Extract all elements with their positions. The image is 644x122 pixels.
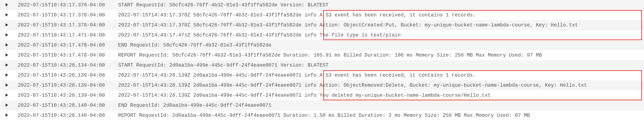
log-row[interactable]: 2022-07-15T10:43:28.139-04:002022-07-15T… [0, 90, 644, 100]
triangle-right-icon [5, 62, 8, 68]
expand-toggle[interactable] [0, 50, 14, 60]
log-row[interactable]: 2022-07-15T10:43:28.134-04:00START Reque… [0, 60, 644, 70]
log-row[interactable]: 2022-07-15T10:43:17.478-04:00END Request… [0, 40, 644, 50]
log-row[interactable]: 2022-07-15T10:43:17.378-04:002022-07-15T… [0, 20, 644, 30]
svg-marker-11 [6, 113, 8, 117]
log-message: 2022-07-15T14:43:28.139Z 2d0aa1ba-499e-4… [117, 80, 644, 90]
log-viewer: 2022-07-15T10:43:17.370-04:00START Reque… [0, 0, 644, 120]
log-message: START RequestId: 2d0aa1ba-499e-445c-9dff… [117, 60, 644, 70]
svg-marker-10 [6, 103, 8, 107]
log-timestamp: 2022-07-15T10:43:17.378-04:00 [14, 20, 117, 30]
svg-marker-7 [6, 73, 8, 77]
log-row[interactable]: 2022-07-15T10:43:28.139-04:002022-07-15T… [0, 70, 644, 80]
log-row[interactable]: 2022-07-15T10:43:28.139-04:002022-07-15T… [0, 80, 644, 90]
expand-toggle[interactable] [0, 100, 14, 110]
expand-toggle[interactable] [0, 20, 14, 30]
expand-toggle[interactable] [0, 0, 14, 10]
svg-marker-8 [6, 83, 8, 87]
svg-marker-4 [6, 43, 8, 47]
expand-toggle[interactable] [0, 70, 14, 80]
expand-toggle[interactable] [0, 90, 14, 100]
triangle-right-icon [5, 113, 8, 118]
log-timestamp: 2022-07-15T10:43:28.140-04:00 [14, 100, 117, 110]
expand-toggle[interactable] [0, 40, 14, 50]
log-timestamp: 2022-07-15T10:43:28.139-04:00 [14, 90, 117, 100]
log-timestamp: 2022-07-15T10:43:17.370-04:00 [14, 0, 117, 10]
log-message: 2022-07-15T14:43:17.378Z 58cfc426-76ff-4… [117, 20, 644, 30]
triangle-right-icon [5, 42, 8, 48]
svg-marker-5 [6, 53, 8, 57]
triangle-right-icon [5, 93, 8, 98]
log-message: START RequestId: 58cfc426-76ff-4b32-81e3… [117, 0, 644, 10]
triangle-right-icon [5, 72, 8, 78]
log-message: 2022-07-15T14:43:28.139Z 2d0aa1ba-499e-4… [117, 70, 644, 80]
expand-toggle[interactable] [0, 60, 14, 70]
log-timestamp: 2022-07-15T10:43:28.139-04:00 [14, 80, 117, 90]
triangle-right-icon [5, 103, 8, 108]
log-timestamp: 2022-07-15T10:43:28.140-04:00 [14, 110, 117, 120]
expand-toggle[interactable] [0, 110, 14, 120]
svg-marker-0 [6, 3, 8, 6]
log-timestamp: 2022-07-15T10:43:17.378-04:00 [14, 10, 117, 20]
svg-marker-9 [6, 93, 8, 97]
log-row[interactable]: 2022-07-15T10:43:17.370-04:00START Reque… [0, 0, 644, 10]
log-message: 2022-07-15T14:43:17.378Z 58cfc426-76ff-4… [117, 10, 644, 20]
log-message: 2022-07-15T14:43:28.139Z 2d0aa1ba-499e-4… [117, 90, 644, 100]
log-row[interactable]: 2022-07-15T10:43:28.140-04:00REPORT Requ… [0, 110, 644, 120]
log-timestamp: 2022-07-15T10:43:28.139-04:00 [14, 70, 117, 80]
log-timestamp: 2022-07-15T10:43:17.478-04:00 [14, 50, 117, 60]
triangle-right-icon [5, 22, 8, 28]
triangle-right-icon [5, 2, 8, 8]
log-timestamp: 2022-07-15T10:43:17.471-04:00 [14, 30, 117, 40]
log-row[interactable]: 2022-07-15T10:43:17.478-04:00REPORT Requ… [0, 50, 644, 60]
log-message: REPORT RequestId: 58cfc426-76ff-4b32-81e… [117, 50, 644, 60]
log-message: END RequestId: 58cfc426-76ff-4b32-81e3-4… [117, 40, 644, 50]
triangle-right-icon [5, 12, 8, 18]
svg-marker-1 [6, 13, 8, 17]
log-message: END RequestId: 2d0aa1ba-499e-445c-9dff-2… [117, 100, 644, 110]
expand-toggle[interactable] [0, 30, 14, 40]
log-timestamp: 2022-07-15T10:43:17.478-04:00 [14, 40, 117, 50]
svg-marker-2 [6, 23, 8, 27]
expand-toggle[interactable] [0, 80, 14, 90]
expand-toggle[interactable] [0, 10, 14, 20]
log-message: REPORT RequestId: 2d0aa1ba-499e-445c-9df… [117, 110, 644, 120]
svg-marker-6 [6, 63, 8, 67]
log-row[interactable]: 2022-07-15T10:43:17.471-04:002022-07-15T… [0, 30, 644, 40]
log-row[interactable]: 2022-07-15T10:43:17.378-04:002022-07-15T… [0, 10, 644, 20]
log-row[interactable]: 2022-07-15T10:43:28.140-04:00END Request… [0, 100, 644, 110]
log-table: 2022-07-15T10:43:17.370-04:00START Reque… [0, 0, 644, 120]
svg-marker-3 [6, 33, 8, 37]
log-timestamp: 2022-07-15T10:43:28.134-04:00 [14, 60, 117, 70]
log-message: 2022-07-15T14:43:17.471Z 58cfc426-76ff-4… [117, 30, 644, 40]
triangle-right-icon [5, 83, 8, 88]
triangle-right-icon [5, 32, 8, 38]
triangle-right-icon [5, 52, 8, 58]
